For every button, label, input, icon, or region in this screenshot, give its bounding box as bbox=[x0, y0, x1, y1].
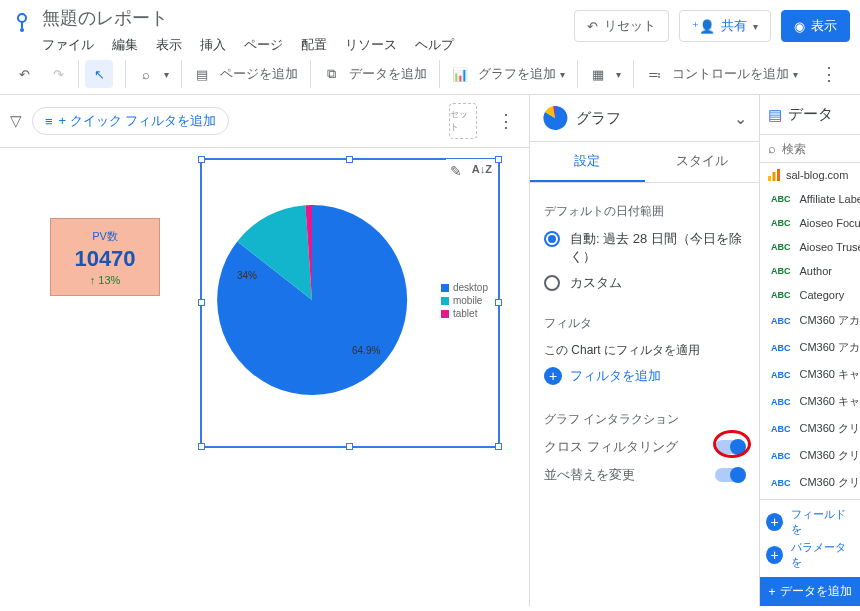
svg-rect-4 bbox=[777, 169, 780, 181]
plus-circle-icon: + bbox=[766, 513, 783, 531]
scorecard-pv[interactable]: PV数 10470 ↑ 13% bbox=[50, 218, 160, 296]
field-row[interactable]: ABCCM360 クリコ bbox=[760, 469, 860, 496]
filter-section-title: フィルタ bbox=[544, 315, 745, 332]
field-row[interactable]: ABCAuthor bbox=[760, 259, 860, 283]
data-panel-icon: ▤ bbox=[768, 106, 782, 124]
page-set-indicator[interactable]: セット bbox=[449, 103, 477, 139]
undo-icon: ↶ bbox=[587, 19, 598, 34]
radio-checked-icon bbox=[544, 231, 560, 247]
svg-rect-2 bbox=[768, 176, 771, 181]
panel-expand-icon[interactable]: ⌄ bbox=[734, 109, 747, 128]
toolbar-more-icon[interactable]: ⋮ bbox=[820, 63, 838, 85]
abc-type-icon: ABC bbox=[768, 423, 794, 435]
menu-arrange[interactable]: 配置 bbox=[301, 36, 327, 54]
reset-button[interactable]: ↶リセット bbox=[574, 10, 669, 42]
add-data-button[interactable]: データを追加 bbox=[349, 65, 427, 83]
scorecard-label: PV数 bbox=[92, 229, 118, 244]
menu-insert[interactable]: 挿入 bbox=[200, 36, 226, 54]
filter-more-icon[interactable]: ⋮ bbox=[497, 110, 515, 132]
abc-type-icon: ABC bbox=[768, 342, 794, 354]
add-control-button[interactable]: コントロールを追加 bbox=[672, 65, 789, 83]
search-icon: ⌕ bbox=[768, 141, 776, 156]
report-canvas[interactable]: PV数 10470 ↑ 13% ✎ A↓Z 64.9% 34% bbox=[0, 148, 529, 606]
abc-type-icon: ABC bbox=[768, 217, 794, 229]
cross-filter-toggle[interactable] bbox=[715, 440, 745, 454]
scorecard-value: 10470 bbox=[74, 246, 135, 272]
field-row[interactable]: ABCAffiliate Label bbox=[760, 187, 860, 211]
svg-rect-3 bbox=[773, 172, 776, 181]
quick-filter-chip[interactable]: ≡+ クイック フィルタを追加 bbox=[32, 107, 229, 135]
chevron-down-icon: ▾ bbox=[793, 69, 798, 80]
pie-label-mobile: 34% bbox=[237, 270, 257, 281]
add-chart-icon: 📊 bbox=[446, 60, 474, 88]
sort-az-icon[interactable]: A↓Z bbox=[472, 163, 492, 179]
menu-help[interactable]: ヘルプ bbox=[415, 36, 454, 54]
chart-legend: desktop mobile tablet bbox=[441, 280, 488, 321]
toolbar: ↶ ↷ ↖ ⌕▾ ▤ページを追加 ⧉データを追加 📊グラフを追加▾ ▦▾ ≕コン… bbox=[0, 54, 860, 95]
datasource-row[interactable]: sal-blog.com bbox=[760, 163, 860, 187]
plus-icon: + bbox=[768, 585, 775, 599]
tab-style[interactable]: スタイル bbox=[645, 142, 760, 182]
field-row[interactable]: ABCAioseo Trusec bbox=[760, 235, 860, 259]
document-title[interactable]: 無題のレポート bbox=[42, 6, 574, 30]
menu-edit[interactable]: 編集 bbox=[112, 36, 138, 54]
field-row[interactable]: ABCCM360 キャン bbox=[760, 361, 860, 388]
filter-subtitle: この Chart にフィルタを適用 bbox=[544, 342, 745, 359]
chevron-down-icon: ▾ bbox=[753, 21, 758, 32]
app-logo-icon bbox=[10, 10, 34, 34]
pie-chart[interactable]: ✎ A↓Z 64.9% 34% desktop mobile tablet bbox=[200, 158, 500, 448]
pie-label-desktop: 64.9% bbox=[352, 345, 380, 356]
field-row[interactable]: ABCCategory bbox=[760, 283, 860, 307]
eye-icon: ◉ bbox=[794, 19, 805, 34]
field-row[interactable]: ABCCM360 クリコ bbox=[760, 442, 860, 469]
menu-page[interactable]: ページ bbox=[244, 36, 283, 54]
add-page-button[interactable]: ページを追加 bbox=[220, 65, 298, 83]
add-field-button[interactable]: +フィールドを bbox=[766, 507, 854, 537]
pointer-tool[interactable]: ↖ bbox=[85, 60, 113, 88]
legend-item: mobile bbox=[441, 295, 488, 306]
data-search-input[interactable] bbox=[782, 142, 842, 156]
view-button[interactable]: ◉表示 bbox=[781, 10, 850, 42]
data-panel-title: データ bbox=[788, 105, 833, 124]
interaction-title: グラフ インタラクション bbox=[544, 411, 745, 428]
undo-tool[interactable]: ↶ bbox=[10, 60, 38, 88]
date-range-custom[interactable]: カスタム bbox=[544, 274, 745, 292]
share-button[interactable]: ⁺👤共有▾ bbox=[679, 10, 771, 42]
filter-icon[interactable]: ▽ bbox=[10, 112, 22, 130]
legend-item: tablet bbox=[441, 308, 488, 319]
add-page-icon: ▤ bbox=[188, 60, 216, 88]
sort-change-toggle[interactable] bbox=[715, 468, 745, 482]
field-row[interactable]: ABCCM360 アカウ bbox=[760, 334, 860, 361]
edit-pencil-icon[interactable]: ✎ bbox=[450, 163, 462, 179]
community-viz-tool[interactable]: ▦ bbox=[584, 60, 612, 88]
add-chart-button[interactable]: グラフを追加 bbox=[478, 65, 556, 83]
add-param-button[interactable]: +パラメータを bbox=[766, 540, 854, 570]
chevron-down-icon: ▾ bbox=[560, 69, 565, 80]
chevron-down-icon: ▾ bbox=[616, 69, 621, 80]
sort-change-label: 並べ替えを変更 bbox=[544, 466, 635, 484]
zoom-tool[interactable]: ⌕ bbox=[132, 60, 160, 88]
filter-chip-icon: ≡ bbox=[45, 114, 53, 129]
cross-filter-label: クロス フィルタリング bbox=[544, 438, 678, 456]
menu-resource[interactable]: リソース bbox=[345, 36, 397, 54]
radio-unchecked-icon bbox=[544, 275, 560, 291]
add-filter-button[interactable]: + フィルタを追加 bbox=[544, 367, 745, 385]
date-range-auto[interactable]: 自動: 過去 28 日間（今日を除く） bbox=[544, 230, 745, 266]
field-row[interactable]: ABCCM360 キャン bbox=[760, 388, 860, 415]
menu-view[interactable]: 表示 bbox=[156, 36, 182, 54]
tab-setup[interactable]: 設定 bbox=[530, 142, 645, 182]
redo-tool[interactable]: ↷ bbox=[44, 60, 72, 88]
pie-svg bbox=[212, 200, 412, 400]
plus-circle-icon: + bbox=[544, 367, 562, 385]
person-plus-icon: ⁺👤 bbox=[692, 19, 715, 34]
menu-bar: ファイル 編集 表示 挿入 ページ 配置 リソース ヘルプ bbox=[42, 36, 574, 54]
add-data-button-footer[interactable]: +データを追加 bbox=[760, 577, 860, 606]
abc-type-icon: ABC bbox=[768, 265, 794, 277]
field-row[interactable]: ABCAioseo Focus bbox=[760, 211, 860, 235]
abc-type-icon: ABC bbox=[768, 450, 794, 462]
menu-file[interactable]: ファイル bbox=[42, 36, 94, 54]
plus-circle-icon: + bbox=[766, 546, 783, 564]
ga-icon bbox=[768, 169, 780, 181]
field-row[interactable]: ABCCM360 アカウ bbox=[760, 307, 860, 334]
field-row[interactable]: ABCCM360 クリコ bbox=[760, 415, 860, 442]
